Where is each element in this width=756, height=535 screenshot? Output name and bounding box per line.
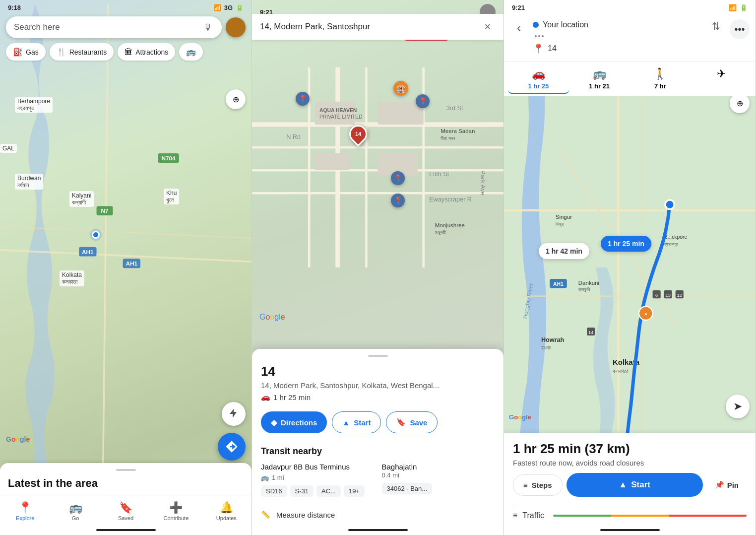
- svg-text:ডানকুনি: ডানকুনি: [578, 287, 590, 293]
- steps-button[interactable]: ≡ Steps: [513, 474, 563, 496]
- contribute-label: Contribute: [164, 515, 189, 521]
- svg-text:N Rd: N Rd: [286, 134, 301, 140]
- nav-saved[interactable]: 🔖 Saved: [101, 498, 151, 524]
- place-marker-meera[interactable]: 📍: [416, 94, 430, 108]
- home-indicator-2: [348, 529, 408, 531]
- bottom-navigation: 📍 Explore 🚌 Go 🔖 Saved ➕ Contribute 🔔 Up…: [0, 494, 252, 526]
- my-location-button[interactable]: [222, 402, 246, 426]
- transit-items: Jadavpur 8B Bus Terminus 🚌 1 mi SD16 S-3…: [261, 463, 495, 497]
- user-avatar[interactable]: [226, 17, 246, 37]
- traffic-label: Traffic: [522, 511, 544, 520]
- svg-text:14: 14: [588, 330, 593, 335]
- transport-walk[interactable]: 🚶 7 hr: [630, 64, 691, 94]
- filter-chip-gas[interactable]: ⛽ Gas: [6, 43, 46, 61]
- map-layers-button[interactable]: ⊕: [226, 89, 246, 109]
- search-placeholder: Search here: [14, 22, 197, 32]
- mic-icon[interactable]: 🎙: [202, 21, 214, 33]
- attractions-icon: 🏛: [125, 48, 132, 57]
- home-indicator-3: [600, 529, 660, 531]
- place-marker-1[interactable]: 📍: [296, 92, 310, 106]
- transport-modes: 🚗 1 hr 25 🚌 1 hr 21 🚶 7 hr ✈: [504, 61, 756, 96]
- place-name: 14: [252, 364, 504, 381]
- origin-dot: [533, 22, 539, 28]
- svg-text:ব্যারাকপুর: ব্যারাকপুর: [664, 242, 678, 247]
- close-button[interactable]: ×: [480, 19, 496, 35]
- back-button[interactable]: ‹: [510, 19, 528, 37]
- svg-text:Monjushree: Monjushree: [435, 222, 465, 228]
- network-icon: 3G: [224, 4, 233, 11]
- directions-fab-button[interactable]: [218, 433, 246, 461]
- google-logo-2: Google: [259, 313, 285, 322]
- map-label-kolkata: Kolkataকলকাতা: [60, 270, 84, 286]
- traffic-row[interactable]: ≡ Traffic: [513, 505, 747, 526]
- transport-transit[interactable]: 🚌 1 hr 21: [569, 64, 630, 94]
- drive-time-text: 1 hr 25 min: [273, 393, 311, 401]
- filter-chip-transit[interactable]: 🚌: [179, 43, 203, 61]
- navigation-icon: [228, 408, 240, 420]
- measure-distance-row[interactable]: 📏 Measure distance: [252, 503, 504, 526]
- save-button[interactable]: 🔖 Save: [386, 411, 438, 433]
- steps-label: Steps: [532, 481, 552, 489]
- svg-text:PRIVATE LIMITED: PRIVATE LIMITED: [319, 114, 363, 120]
- transport-flight[interactable]: ✈: [691, 64, 752, 94]
- hotel-marker[interactable]: 🏨: [393, 81, 408, 96]
- map-label-khulna: Khuখুলে: [164, 189, 179, 204]
- transit-time: 1 hr 21: [589, 82, 610, 90]
- start-label: Start: [354, 418, 371, 427]
- svg-text:13: 13: [666, 293, 671, 298]
- measure-label: Measure distance: [276, 511, 335, 519]
- transport-drive[interactable]: 🚗 1 hr 25: [508, 64, 569, 94]
- start-button[interactable]: ▲ Start: [332, 411, 381, 433]
- tag-sd16: SD16: [261, 485, 287, 497]
- svg-text:Fifth St: Fifth St: [429, 171, 449, 178]
- directions-button[interactable]: ◆ Directions: [261, 411, 327, 433]
- svg-text:মীরা সদন: মীরা সদন: [441, 135, 455, 141]
- pin-button[interactable]: 📌 Pin: [707, 474, 747, 495]
- tag-s31: S-31: [290, 485, 314, 497]
- transit-item-baghajatin: Baghajatin 0.4 mi 34062 - Ban...: [382, 463, 495, 497]
- saved-icon: 🔖: [119, 501, 132, 514]
- start-navigation-button[interactable]: ▲ Start: [567, 473, 703, 497]
- directions-fab-icon: [225, 440, 239, 454]
- nav-explore[interactable]: 📍 Explore: [0, 498, 50, 524]
- walk-icon: 🚶: [653, 67, 667, 80]
- status-icons: 📶 3G 🔋: [213, 4, 244, 11]
- save-label: Save: [410, 418, 427, 427]
- nav-go[interactable]: 🚌 Go: [50, 498, 100, 524]
- updates-icon: 🔔: [220, 501, 233, 514]
- bus-icon: 🚌: [261, 474, 269, 481]
- place-marker-2[interactable]: 📍: [391, 171, 405, 185]
- attractions-label: Attractions: [135, 48, 168, 56]
- place-address: 14, Modern Park, Santoshpur, Kolkata, We…: [252, 381, 504, 390]
- place-marker-3[interactable]: 📍: [391, 194, 405, 207]
- svg-text:হাওড়া: হাওড়া: [541, 345, 551, 350]
- nav-contribute[interactable]: ➕ Contribute: [151, 498, 201, 524]
- navigate-button-3[interactable]: ➤: [726, 395, 750, 418]
- traffic-bar: [553, 515, 747, 517]
- start-nav-icon: ▲: [619, 480, 627, 490]
- transit-title: Transit nearby: [261, 446, 495, 457]
- search-box[interactable]: Search here 🎙: [6, 16, 222, 38]
- panel1-header: 9:18 📶 3G 🔋 Search here 🎙 ⛽ Gas 🍴 Restau…: [0, 0, 252, 65]
- nav-updates[interactable]: 🔔 Updates: [201, 498, 252, 524]
- filter-chip-restaurants[interactable]: 🍴 Restaurants: [50, 43, 114, 61]
- search-result-text[interactable]: 14, Modern Park, Santoshpur: [260, 22, 475, 32]
- svg-text:AQUA HEAVEN: AQUA HEAVEN: [319, 108, 357, 113]
- route-from-text[interactable]: Your location: [543, 20, 702, 29]
- home-indicator: [96, 529, 156, 531]
- status-bar: 9:18 📶 3G 🔋: [0, 0, 252, 13]
- more-options-button[interactable]: •••: [730, 19, 750, 39]
- swap-route-button[interactable]: ⇅: [707, 17, 725, 35]
- route-to-text[interactable]: 14: [548, 44, 702, 53]
- layers-button-3[interactable]: ⊕: [730, 93, 750, 113]
- ruler-icon: 📏: [261, 510, 270, 519]
- restaurants-label: Restaurants: [69, 48, 107, 56]
- panel-map-explore: N7 AH1 AH1 N704 Berhamporeবহরমপুর Burdwa…: [0, 0, 252, 535]
- transit-tags-2: 34062 - Ban...: [382, 483, 495, 494]
- compass-icon: ➤: [733, 400, 742, 413]
- filter-chip-attractions[interactable]: 🏛 Attractions: [118, 43, 175, 61]
- restaurants-icon: 🍴: [57, 47, 66, 57]
- svg-text:●: ●: [644, 312, 647, 317]
- map-svg: N7 AH1 AH1 N704: [0, 0, 252, 535]
- svg-text:সিঙ্গুর: সিঙ্গুর: [556, 221, 564, 227]
